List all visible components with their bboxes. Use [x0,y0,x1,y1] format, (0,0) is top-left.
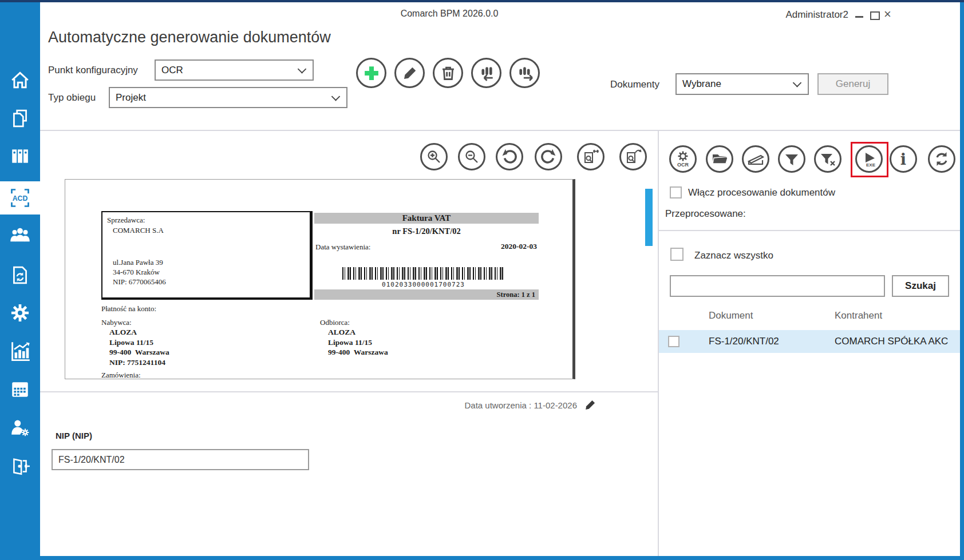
app-title: Comarch BPM 2026.0.0 [401,9,499,19]
invoice-buyer-nip: NIP: 7751241104 [109,358,165,367]
scan-button[interactable] [742,145,769,173]
invoice-page-info-bar: Strona: 1 z 1 [314,289,539,300]
rotate-right-button[interactable] [535,143,562,170]
ocr-settings-button[interactable]: OCR [669,145,697,173]
enable-processing-checkbox[interactable] [670,186,682,198]
trash-icon [440,65,456,81]
run-exe-icon: EXE [860,150,878,168]
rotate-left-icon [501,148,518,165]
export-button[interactable] [509,58,540,88]
sidebar-item-contractors[interactable] [0,219,40,252]
documents-icon [10,108,30,129]
row-dokument: FS-1/20/KNT/02 [709,336,779,347]
run-exe-button[interactable]: EXE [855,145,883,173]
documents-label: Dokumenty [610,79,659,90]
edit-button[interactable] [394,58,425,88]
flow-type-select[interactable]: Projekt [109,87,347,108]
exit-door-icon [10,456,30,476]
header-divider [40,130,960,131]
zoom-in-icon [426,149,442,165]
flow-type-value: Projekt [116,92,146,104]
scanner-icon [747,150,764,168]
page-title: Automatyczne generowanie dokumentów [48,29,331,46]
sidebar-item-logout[interactable] [0,450,40,483]
rotate-left-button[interactable] [496,143,523,170]
right-panel-divider [659,230,960,231]
row-checkbox[interactable] [668,336,679,347]
pencil-icon [402,65,418,81]
refresh-button[interactable] [928,145,955,173]
open-folder-button[interactable] [706,145,733,173]
home-icon [10,70,30,90]
plus-icon [363,65,380,82]
search-input[interactable] [670,275,885,297]
table-row[interactable]: FS-1/20/KNT/02 COMARCH SPÓŁKA AKC [659,330,960,353]
logged-user: Administrator2 [774,9,848,21]
invoice-orders-label: Zamówienia: [101,371,141,380]
sidebar-item-reports[interactable] [0,335,40,368]
invoice-issue-date-label: Data wystawienia: [315,243,370,252]
chevron-down-icon [298,65,307,74]
invoice-seller-label: Sprzedawca: [107,216,145,225]
preview-bottom-divider [40,391,658,392]
clear-filter-button[interactable] [814,145,841,173]
zoom-in-button[interactable] [420,143,448,170]
preview-scrollbar[interactable] [645,189,653,246]
documents-select[interactable]: Wybrane [675,73,809,95]
fit-width-icon [582,148,599,165]
bars-arrow-left-icon [478,65,495,82]
filter-clear-icon [820,151,836,167]
invoice-receiver-street: Lipowa 11/15 [328,338,372,347]
flow-type-label: Typ obiegu [48,92,96,104]
invoice-seller-nip: NIP: 6770065406 [113,277,166,287]
select-all-checkbox[interactable] [670,248,684,261]
ocr-gear-icon: OCR [674,150,692,168]
invoice-issue-date: 2020-02-03 [422,242,537,251]
barcode-number: 0102033000001700723 [342,281,504,288]
generate-button[interactable]: Generuj [817,73,888,95]
invoice-buyer-street: Lipowa 11/15 [109,338,153,347]
import-button[interactable] [471,58,501,88]
close-icon[interactable]: × [884,8,891,21]
sidebar-item-home[interactable] [0,63,40,97]
invoice-buyer-name: ALOZA [109,328,137,337]
refresh-icon [933,150,950,168]
minimize-icon[interactable] [855,16,863,18]
people-icon [9,224,31,246]
maximize-icon[interactable] [870,11,880,20]
column-header-kontrahent: Kontrahent [835,310,882,321]
invoice-seller-city: 34-670 Kraków [113,268,160,277]
chevron-down-icon [331,92,341,101]
sidebar: ACD [0,2,40,560]
chart-icon [9,340,31,362]
fit-page-button[interactable] [619,143,647,170]
sidebar-item-binders[interactable] [0,140,40,173]
nip-field-label: NIP (NIP) [56,431,92,440]
invoice-seller-street: ul.Jana Pawła 39 [113,258,163,267]
window-right-border [960,2,964,560]
zoom-out-button[interactable] [458,143,485,170]
filter-button[interactable] [778,145,805,173]
nip-input[interactable] [52,449,309,470]
sidebar-item-user-admin[interactable] [0,411,40,444]
sidebar-item-acd[interactable]: ACD [0,181,40,215]
search-button[interactable]: Szukaj [892,275,949,297]
add-button[interactable] [356,58,386,88]
sidebar-item-document-flow[interactable] [0,259,40,292]
info-icon: i [900,152,906,167]
user-gear-icon [10,418,30,438]
config-point-select[interactable]: OCR [155,59,314,81]
fit-width-button[interactable] [577,143,605,170]
calendar-icon [10,379,30,400]
delete-button[interactable] [433,58,463,88]
acd-label: ACD [13,194,28,202]
sidebar-item-documents[interactable] [0,102,40,135]
edit-date-button[interactable] [584,399,596,414]
documents-value: Wybrane [682,78,721,90]
rotate-right-icon [540,148,557,165]
row-kontrahent: COMARCH SPÓŁKA AKC [835,336,948,347]
sidebar-item-calendar[interactable] [0,373,40,406]
info-button[interactable]: i [890,145,917,173]
sidebar-item-settings[interactable] [0,296,40,329]
chevron-down-icon [793,78,802,88]
